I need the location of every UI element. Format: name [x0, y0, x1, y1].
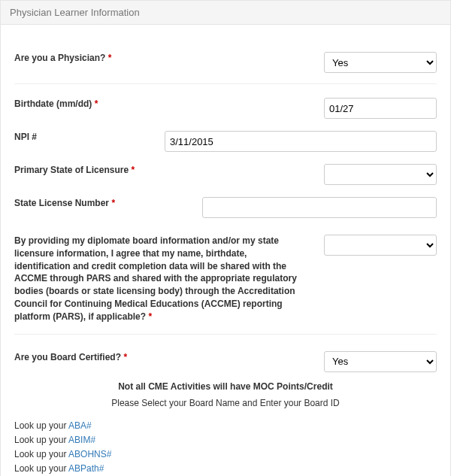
- required-mark: *: [148, 311, 152, 322]
- board-certified-select[interactable]: Yes: [324, 351, 437, 372]
- required-mark: *: [95, 99, 98, 109]
- state-license-label-text: State License Number: [14, 198, 109, 208]
- npi-field: [165, 131, 437, 152]
- primary-state-label: Primary State of Licensure *: [14, 164, 165, 177]
- row-consent: By providing my diplomate board informat…: [14, 224, 437, 335]
- lookup-link-aba[interactable]: ABA#: [68, 420, 92, 431]
- row-board-certified: Are you Board Certified? * Yes: [14, 335, 437, 375]
- state-license-label: State License Number *: [14, 197, 202, 210]
- lookup-list: Look up your ABA# Look up your ABIM# Loo…: [14, 419, 437, 476]
- panel-body: Are you a Physician? * Yes Birthdate (mm…: [1, 25, 450, 476]
- npi-input[interactable]: [165, 131, 437, 152]
- panel-title: Physician Learner Information: [1, 1, 450, 25]
- primary-state-label-text: Primary State of Licensure: [14, 165, 129, 175]
- board-certified-label: Are you Board Certified? *: [14, 351, 165, 364]
- required-mark: *: [111, 198, 115, 208]
- lookup-prefix: Look up your: [14, 435, 68, 445]
- required-mark: *: [123, 352, 127, 362]
- lookup-prefix: Look up your: [14, 463, 68, 474]
- required-mark: *: [131, 165, 135, 175]
- row-npi: NPI #: [14, 125, 437, 158]
- lookup-item: Look up your ABOHNS#: [14, 447, 437, 462]
- lookup-item: Look up your ABA#: [14, 419, 437, 433]
- birthdate-label-text: Birthdate (mm/dd): [14, 99, 92, 109]
- lookup-prefix: Look up your: [14, 420, 68, 431]
- physician-learner-panel: Physician Learner Information Are you a …: [0, 0, 451, 476]
- row-birthdate: Birthdate (mm/dd) *: [14, 84, 437, 125]
- row-state-license: State License Number *: [14, 191, 437, 224]
- consent-select[interactable]: [324, 235, 437, 256]
- primary-state-select[interactable]: [324, 164, 437, 185]
- npi-label-text: NPI #: [14, 132, 37, 142]
- primary-state-field: [165, 164, 437, 185]
- lookup-link-abpath[interactable]: ABPath#: [68, 463, 104, 474]
- lookup-prefix: Look up your: [14, 449, 68, 459]
- physician-select[interactable]: Yes: [324, 52, 437, 73]
- state-license-field: [202, 197, 437, 218]
- birthdate-label: Birthdate (mm/dd) *: [14, 98, 165, 111]
- row-physician: Are you a Physician? * Yes: [14, 34, 437, 84]
- board-certified-field: Yes: [165, 351, 437, 372]
- lookup-item: Look up your ABIM#: [14, 433, 437, 447]
- moc-note: Not all CME Activities will have MOC Poi…: [14, 381, 437, 392]
- birthdate-input[interactable]: [324, 98, 437, 119]
- consent-label: By providing my diplomate board informat…: [14, 235, 307, 323]
- npi-label: NPI #: [14, 131, 165, 144]
- physician-field: Yes: [165, 52, 437, 73]
- consent-field: [307, 235, 437, 256]
- board-instruction: Please Select your Board Name and Enter …: [14, 398, 437, 408]
- physician-label: Are you a Physician? *: [14, 52, 165, 65]
- physician-label-text: Are you a Physician?: [14, 53, 105, 63]
- lookup-item: Look up your ABPath#: [14, 462, 437, 476]
- board-certified-label-text: Are you Board Certified?: [14, 352, 121, 362]
- consent-label-text: By providing my diplomate board informat…: [14, 235, 297, 322]
- row-primary-state: Primary State of Licensure *: [14, 158, 437, 191]
- birthdate-field: [165, 98, 437, 119]
- state-license-input[interactable]: [202, 197, 437, 218]
- required-mark: *: [108, 53, 112, 63]
- lookup-link-abohns[interactable]: ABOHNS#: [68, 449, 111, 459]
- lookup-link-abim[interactable]: ABIM#: [68, 435, 95, 445]
